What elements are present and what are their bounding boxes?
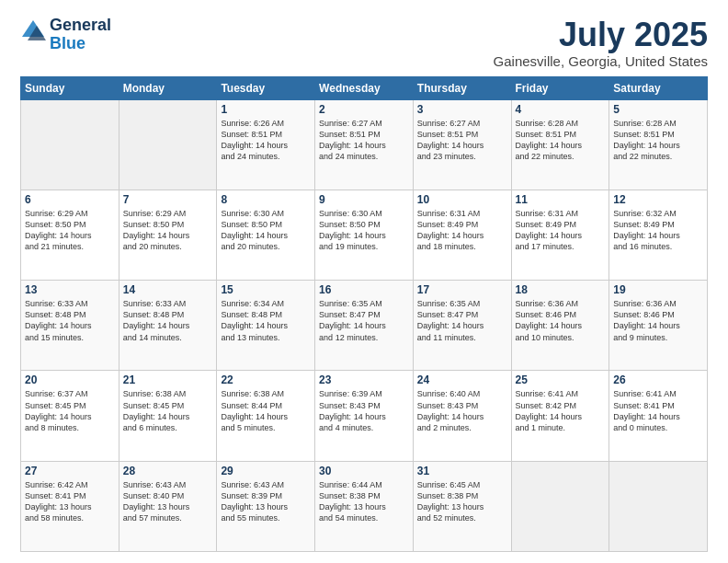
cell-content: Sunrise: 6:45 AM Sunset: 8:38 PM Dayligh… [417, 479, 507, 524]
day-number: 14 [123, 283, 213, 296]
day-number: 27 [25, 465, 115, 477]
location: Gainesville, Georgia, United States [494, 53, 708, 69]
cell-content: Sunrise: 6:31 AM Sunset: 8:49 PM Dayligh… [516, 208, 606, 253]
cell-content: Sunrise: 6:35 AM Sunset: 8:47 PM Dayligh… [417, 298, 507, 343]
cell-content: Sunrise: 6:40 AM Sunset: 8:43 PM Dayligh… [417, 388, 507, 433]
day-number: 11 [516, 193, 606, 206]
calendar-cell: 25Sunrise: 6:41 AM Sunset: 8:42 PM Dayli… [511, 371, 609, 461]
day-number: 16 [319, 283, 409, 296]
day-number: 17 [417, 283, 507, 296]
cell-content: Sunrise: 6:42 AM Sunset: 8:41 PM Dayligh… [25, 479, 115, 524]
calendar-cell [609, 461, 708, 551]
logo: General Blue [20, 17, 111, 53]
calendar-cell: 26Sunrise: 6:41 AM Sunset: 8:41 PM Dayli… [609, 371, 708, 461]
logo-text: General Blue [50, 17, 111, 53]
calendar-cell: 19Sunrise: 6:36 AM Sunset: 8:46 PM Dayli… [609, 281, 708, 371]
calendar-cell: 14Sunrise: 6:33 AM Sunset: 8:48 PM Dayli… [119, 281, 217, 371]
calendar-week-2: 6Sunrise: 6:29 AM Sunset: 8:50 PM Daylig… [21, 190, 708, 280]
calendar-week-5: 27Sunrise: 6:42 AM Sunset: 8:41 PM Dayli… [21, 461, 708, 551]
cell-content: Sunrise: 6:27 AM Sunset: 8:51 PM Dayligh… [319, 118, 409, 163]
calendar-cell: 30Sunrise: 6:44 AM Sunset: 8:38 PM Dayli… [315, 461, 414, 551]
calendar-cell: 13Sunrise: 6:33 AM Sunset: 8:48 PM Dayli… [21, 281, 119, 371]
cell-content: Sunrise: 6:30 AM Sunset: 8:50 PM Dayligh… [319, 208, 409, 253]
cell-content: Sunrise: 6:41 AM Sunset: 8:42 PM Dayligh… [516, 388, 606, 433]
day-number: 20 [25, 373, 115, 386]
day-header-friday: Friday [511, 76, 609, 99]
day-number: 12 [613, 193, 703, 206]
calendar-cell: 4Sunrise: 6:28 AM Sunset: 8:51 PM Daylig… [511, 99, 609, 190]
calendar-cell: 8Sunrise: 6:30 AM Sunset: 8:50 PM Daylig… [217, 190, 315, 280]
cell-content: Sunrise: 6:33 AM Sunset: 8:48 PM Dayligh… [25, 298, 115, 343]
calendar-cell: 3Sunrise: 6:27 AM Sunset: 8:51 PM Daylig… [413, 99, 511, 190]
day-number: 10 [417, 193, 507, 206]
logo-icon [20, 18, 46, 44]
day-number: 28 [123, 465, 213, 477]
calendar-cell: 15Sunrise: 6:34 AM Sunset: 8:48 PM Dayli… [217, 281, 315, 371]
cell-content: Sunrise: 6:35 AM Sunset: 8:47 PM Dayligh… [319, 298, 409, 343]
cell-content: Sunrise: 6:34 AM Sunset: 8:48 PM Dayligh… [221, 298, 311, 343]
day-header-sunday: Sunday [21, 76, 119, 99]
cell-content: Sunrise: 6:27 AM Sunset: 8:51 PM Dayligh… [417, 118, 507, 163]
logo-general-text: General [50, 17, 111, 35]
day-header-wednesday: Wednesday [315, 76, 414, 99]
cell-content: Sunrise: 6:31 AM Sunset: 8:49 PM Dayligh… [417, 208, 507, 253]
cell-content: Sunrise: 6:41 AM Sunset: 8:41 PM Dayligh… [613, 388, 703, 433]
cell-content: Sunrise: 6:38 AM Sunset: 8:45 PM Dayligh… [123, 388, 213, 433]
cell-content: Sunrise: 6:30 AM Sunset: 8:50 PM Dayligh… [221, 208, 311, 253]
calendar-cell: 5Sunrise: 6:28 AM Sunset: 8:51 PM Daylig… [609, 99, 708, 190]
calendar-cell [511, 461, 609, 551]
calendar-cell: 29Sunrise: 6:43 AM Sunset: 8:39 PM Dayli… [217, 461, 315, 551]
cell-content: Sunrise: 6:37 AM Sunset: 8:45 PM Dayligh… [25, 388, 115, 433]
calendar-cell: 6Sunrise: 6:29 AM Sunset: 8:50 PM Daylig… [21, 190, 119, 280]
calendar-cell: 24Sunrise: 6:40 AM Sunset: 8:43 PM Dayli… [413, 371, 511, 461]
day-number: 2 [319, 103, 409, 116]
calendar-cell: 7Sunrise: 6:29 AM Sunset: 8:50 PM Daylig… [119, 190, 217, 280]
logo-blue-text: Blue [50, 35, 111, 53]
day-number: 8 [221, 193, 311, 206]
day-number: 3 [417, 103, 507, 116]
cell-content: Sunrise: 6:29 AM Sunset: 8:50 PM Dayligh… [25, 208, 115, 253]
cell-content: Sunrise: 6:28 AM Sunset: 8:51 PM Dayligh… [516, 118, 606, 163]
header: General Blue July 2025 Gainesville, Geor… [20, 17, 708, 69]
month-title: July 2025 [494, 17, 708, 53]
cell-content: Sunrise: 6:39 AM Sunset: 8:43 PM Dayligh… [319, 388, 409, 433]
cell-content: Sunrise: 6:38 AM Sunset: 8:44 PM Dayligh… [221, 388, 311, 433]
calendar-cell: 27Sunrise: 6:42 AM Sunset: 8:41 PM Dayli… [21, 461, 119, 551]
day-number: 13 [25, 283, 115, 296]
calendar-cell: 22Sunrise: 6:38 AM Sunset: 8:44 PM Dayli… [217, 371, 315, 461]
calendar-cell: 9Sunrise: 6:30 AM Sunset: 8:50 PM Daylig… [315, 190, 414, 280]
cell-content: Sunrise: 6:28 AM Sunset: 8:51 PM Dayligh… [613, 118, 703, 163]
day-header-monday: Monday [119, 76, 217, 99]
day-header-saturday: Saturday [609, 76, 708, 99]
day-header-thursday: Thursday [413, 76, 511, 99]
day-number: 22 [221, 373, 311, 386]
day-number: 29 [221, 465, 311, 477]
day-number: 19 [613, 283, 703, 296]
calendar-cell [21, 99, 119, 190]
cell-content: Sunrise: 6:44 AM Sunset: 8:38 PM Dayligh… [319, 479, 409, 524]
calendar-cell: 11Sunrise: 6:31 AM Sunset: 8:49 PM Dayli… [511, 190, 609, 280]
days-header-row: SundayMondayTuesdayWednesdayThursdayFrid… [21, 76, 708, 99]
calendar-week-3: 13Sunrise: 6:33 AM Sunset: 8:48 PM Dayli… [21, 281, 708, 371]
day-number: 9 [319, 193, 409, 206]
day-number: 4 [516, 103, 606, 116]
calendar-table: SundayMondayTuesdayWednesdayThursdayFrid… [20, 76, 708, 552]
calendar-cell: 23Sunrise: 6:39 AM Sunset: 8:43 PM Dayli… [315, 371, 414, 461]
day-number: 24 [417, 373, 507, 386]
calendar-cell: 20Sunrise: 6:37 AM Sunset: 8:45 PM Dayli… [21, 371, 119, 461]
day-number: 30 [319, 465, 409, 477]
cell-content: Sunrise: 6:33 AM Sunset: 8:48 PM Dayligh… [123, 298, 213, 343]
day-number: 18 [516, 283, 606, 296]
calendar-cell: 10Sunrise: 6:31 AM Sunset: 8:49 PM Dayli… [413, 190, 511, 280]
calendar-cell: 31Sunrise: 6:45 AM Sunset: 8:38 PM Dayli… [413, 461, 511, 551]
calendar-week-1: 1Sunrise: 6:26 AM Sunset: 8:51 PM Daylig… [21, 99, 708, 190]
cell-content: Sunrise: 6:36 AM Sunset: 8:46 PM Dayligh… [516, 298, 606, 343]
day-number: 26 [613, 373, 703, 386]
day-number: 21 [123, 373, 213, 386]
title-block: July 2025 Gainesville, Georgia, United S… [494, 17, 708, 69]
calendar-week-4: 20Sunrise: 6:37 AM Sunset: 8:45 PM Dayli… [21, 371, 708, 461]
day-number: 23 [319, 373, 409, 386]
cell-content: Sunrise: 6:36 AM Sunset: 8:46 PM Dayligh… [613, 298, 703, 343]
cell-content: Sunrise: 6:29 AM Sunset: 8:50 PM Dayligh… [123, 208, 213, 253]
calendar-cell: 28Sunrise: 6:43 AM Sunset: 8:40 PM Dayli… [119, 461, 217, 551]
